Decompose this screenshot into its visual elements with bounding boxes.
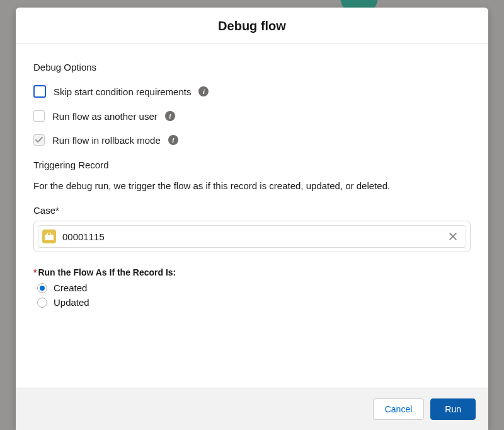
option-rollback: Run flow in rollback mode i xyxy=(33,134,471,146)
option-run-as-user[interactable]: Run flow as another user i xyxy=(33,110,471,122)
checkbox-rollback-label: Run flow in rollback mode xyxy=(52,135,161,146)
case-lookup[interactable]: 00001115 xyxy=(33,221,471,252)
case-value: 00001115 xyxy=(62,231,440,242)
case-field-label: Case* xyxy=(33,205,471,216)
radio-updated[interactable] xyxy=(37,298,47,308)
radio-updated-row[interactable]: Updated xyxy=(33,297,471,308)
case-icon xyxy=(42,230,56,243)
debug-options-title: Debug Options xyxy=(33,62,471,73)
modal-footer: Cancel Run xyxy=(16,388,488,430)
debug-flow-modal: Debug flow Debug Options Skip start cond… xyxy=(16,8,488,430)
modal-header: Debug flow xyxy=(16,8,488,44)
cancel-button[interactable]: Cancel xyxy=(373,398,425,420)
info-icon[interactable]: i xyxy=(168,135,178,145)
svg-rect-0 xyxy=(45,235,54,240)
checkbox-rollback xyxy=(33,134,45,146)
checkbox-run-as-user-label: Run flow as another user xyxy=(52,111,158,122)
close-icon[interactable] xyxy=(447,230,459,243)
info-icon[interactable]: i xyxy=(198,86,209,96)
checkbox-run-as-user[interactable] xyxy=(33,110,45,122)
required-asterisk: * xyxy=(33,267,37,277)
radio-created-row[interactable]: Created xyxy=(33,282,471,293)
modal-title: Debug flow xyxy=(16,19,488,33)
checkbox-skip-start-label: Skip start condition requirements xyxy=(54,86,191,97)
option-skip-start[interactable]: Skip start condition requirements i xyxy=(33,85,471,98)
radio-updated-label: Updated xyxy=(54,297,89,308)
triggering-record-title: Triggering Record xyxy=(33,160,471,170)
checkbox-skip-start[interactable] xyxy=(33,85,46,98)
info-icon[interactable]: i xyxy=(165,111,175,121)
run-mode-label-text: Run the Flow As If the Record Is: xyxy=(38,267,176,277)
svg-rect-2 xyxy=(48,233,50,235)
run-button[interactable]: Run xyxy=(430,398,476,420)
modal-body: Debug Options Skip start condition requi… xyxy=(16,44,488,388)
radio-created[interactable] xyxy=(37,283,47,293)
radio-created-label: Created xyxy=(54,282,87,293)
run-mode-label: *Run the Flow As If the Record Is: xyxy=(33,267,471,277)
case-pill: 00001115 xyxy=(38,225,466,248)
triggering-record-description: For the debug run, we trigger the flow a… xyxy=(33,180,471,191)
